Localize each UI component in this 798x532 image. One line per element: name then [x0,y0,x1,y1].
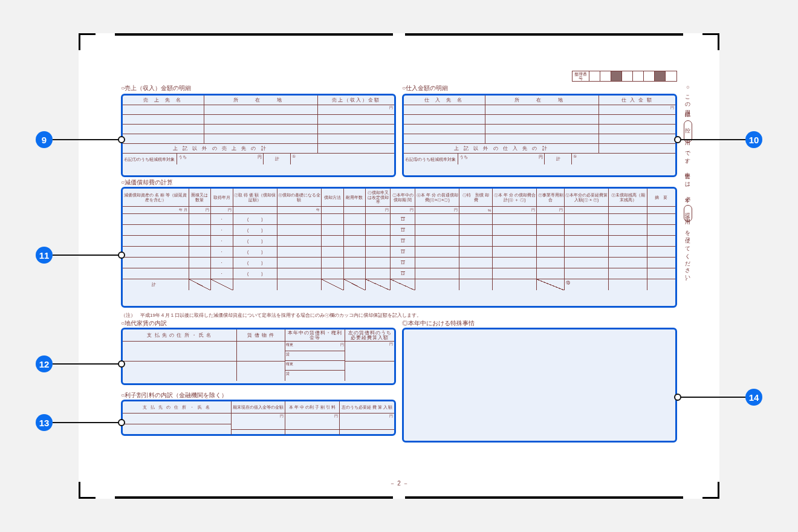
purch-reduced-tax-label: 右記⑤のうち軽減税率対象 [404,154,458,164]
dep-header-cell: ㋦未償却残高（期末残高） [609,189,647,206]
dep-header-cell: ㋷本年分の必要経費算入額(㋣ × ㋠) [565,189,609,206]
callout-11: 11 [36,247,53,264]
dep-header-cell: ㋥本年中の償却期 間 [391,189,415,206]
int-col-payer: 支 払 先 の 住 所 ・ 氏 名 [123,401,232,413]
dep-header-cell: 耐用年数 [344,189,366,206]
sales-box: 売 上 先 名 所 在 地 売上（収入）金額 円 上 記 以 外 の 売 上 先… [121,94,396,177]
crop-mark [702,33,719,50]
purch-subtotal-label: 上 記 以 外 の 仕 入 先 の 計 [404,144,599,153]
sales-col-name: 売 上 先 名 [123,96,204,105]
dep-header-cell: 償却方法 [322,189,344,206]
callout-dot [118,251,125,259]
sales-col-amount: 売上（収入）金額 [318,96,394,105]
purch-col-amount: 仕 入 金 額 [599,96,675,105]
reference-number-label: 整理番号 [573,71,589,81]
rent-col-property: 賃 借 物 件 [237,329,286,341]
depreciation-title: ○減価償却費の計算 [121,178,173,187]
purchases-title: ○仕入金額の明細 [402,84,677,92]
callout-9: 9 [36,131,53,148]
rent-col-payer: 支 払 先 の 住 所 ・ 氏 名 [123,329,237,341]
purch-col-name: 仕 入 先 名 [404,96,485,105]
crop-mark [702,482,719,499]
special-title: ◎本年中における特殊事情 [402,319,475,328]
dep-header-cell: ㋺償却の基礎になる金額 [277,189,322,206]
callout-14: 14 [745,389,762,406]
interest-title: ○利子割引料の内訳（金融機関を除く） [121,391,227,400]
callout-dot [674,136,681,143]
interest-box: 支 払 先 の 住 所 ・ 氏 名 期末現在の借入金等の金額 本 年 中 の利 … [121,400,396,436]
dep-header-cell: ㋠事業専用割合 [537,189,565,206]
int-col-expense: 左のうち必要経 費 算 入 額 [340,401,394,413]
dep-header-cell: 取得年月 [211,189,233,206]
int-col-interest: 本 年 中 の利 子 割 引 料 [285,401,340,413]
sales-title: ○売上（収入）金額の明細 [121,84,396,92]
callout-dot [118,419,125,426]
crop-mark [79,482,96,499]
purch-col-addr: 所 在 地 [485,96,600,105]
callout-13: 13 [36,414,53,431]
dep-header-cell: 面積又は数量 [189,189,212,206]
crop-mark [79,33,96,50]
rent-title: ○地代家賃の内訳 [121,319,167,328]
callout-line [53,363,119,365]
form-page: 整理番号 ○売上（収入）金額の明細 売 上 先 名 所 在 地 売上（収入）金額… [79,33,719,499]
int-col-balance: 期末現在の借入金等の金額 [232,401,286,413]
depreciation-footnote: （注） 平成19年４月１日以後に取得した減価償却資産について定率法を採用する場合… [121,312,677,319]
page-number: － 2 － [389,479,408,488]
purchases-box: 仕 入 先 名 所 在 地 仕 入 金 額 円 上 記 以 外 の 仕 入 先 … [402,94,677,177]
sales-subtotal-label: 上 記 以 外 の 売 上 先 の 計 [123,144,318,153]
callout-12: 12 [36,355,53,372]
callout-line [53,422,119,423]
callout-line [53,255,119,256]
special-box [402,328,677,443]
side-note: ○この用紙は 控 用 です。申告には、必ず 提出用 を使ってください。 [684,84,692,386]
dep-header-cell: 摘 要 [647,189,675,206]
dep-header-cell: 減価償却資産の 名 称 等（繰延資産を含む） [123,189,189,206]
callout-dot [674,394,681,401]
depreciation-box: 減価償却資産の 名 称 等（繰延資産を含む）面積又は数量取得年月㋑取 得 価 額… [121,187,677,308]
callout-line [680,397,747,398]
dep-header-cell: ㋭本 年 分 の普通償却費(㋺×㋩×㋥) [415,189,459,206]
callout-dot [118,136,125,143]
callout-10: 10 [745,131,762,148]
dep-header-cell: ㋑取 得 価 額（償却保証額） [233,189,277,206]
rent-box: 支 払 先 の 住 所 ・ 氏 名 賃 借 物 件 本年中の賃借料・権利金等 左… [121,328,396,385]
dep-header-cell: ㋩償却率又は改定償却率 [366,189,391,206]
reference-number-box: 整理番号 [572,71,677,82]
dep-header-cell: ㋣本 年 分 の償却費合計(㋭ ＋ ㋬) [493,189,537,206]
dep-header-cell: ㋬特 別償 却 費 [459,189,493,206]
callout-dot [118,360,125,368]
rent-col-amount: 本年中の賃借料・権利金等 [285,329,345,341]
rent-col-expense: 左の賃借料のうち必要経費算入額 [345,329,394,341]
sales-col-addr: 所 在 地 [204,96,319,105]
callout-line [680,139,747,140]
callout-line [53,139,119,140]
sales-reduced-tax-label: 右記①のうち軽減税率対象 [123,154,177,164]
